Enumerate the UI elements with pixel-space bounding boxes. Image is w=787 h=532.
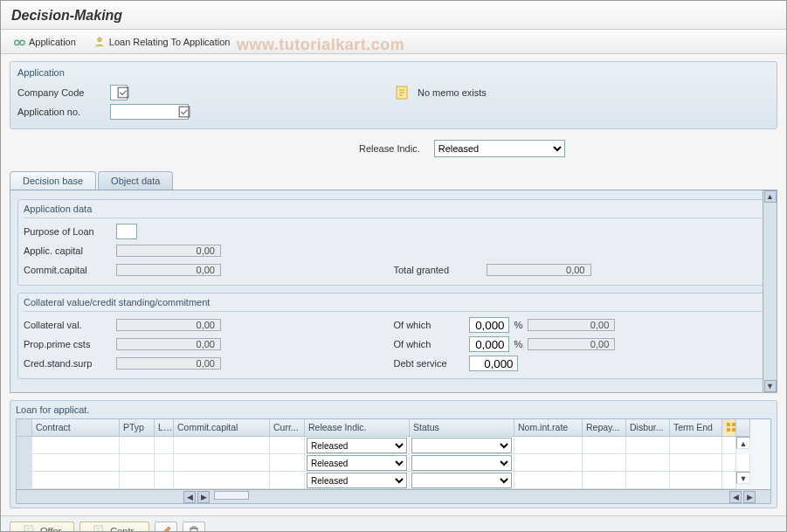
grid-config-icon[interactable] (722, 419, 736, 437)
svg-rect-8 (727, 428, 730, 432)
application-button[interactable]: Application (10, 34, 79, 50)
content-area: Application Company Code Application no. (1, 54, 786, 515)
col-term-end[interactable]: Term End (670, 419, 722, 437)
title-text: Decision-Making (11, 8, 122, 23)
release-row: Release Indic. Released (10, 136, 777, 166)
of-which-1-pct[interactable] (469, 317, 509, 333)
contr-label: Contr. (110, 526, 135, 532)
company-code-label: Company Code (17, 87, 105, 98)
prop-prime-label: Prop.prime csts (24, 339, 111, 349)
col-commit-capital[interactable]: Commit.capital (174, 419, 270, 437)
total-granted-value: 0,00 (487, 264, 591, 276)
of-which-2-pct[interactable] (469, 336, 509, 352)
table-row[interactable]: Released (17, 454, 770, 472)
application-no-label: Application no. (17, 107, 105, 117)
release-indic-label: Release Indic. (359, 143, 420, 154)
row-selector[interactable] (17, 454, 32, 472)
grid-scroll-up-icon[interactable]: ▲ (736, 437, 750, 449)
loan-for-applicat-group: Loan for applicat. Contract PTyp L... Co… (10, 400, 777, 508)
collateral-group: Collateral value/credit standing/commitm… (17, 293, 770, 379)
row-status-select[interactable] (411, 473, 512, 488)
svg-rect-3 (118, 87, 128, 98)
application-no-input[interactable] (110, 104, 189, 120)
pencil-icon (160, 525, 172, 532)
table-row[interactable]: Released ▼ (17, 472, 770, 489)
collateral-val-label: Collateral val. (24, 320, 111, 330)
memo-text: No memo exists (418, 87, 487, 98)
document-icon (23, 525, 35, 532)
search-help-icon-2[interactable] (178, 106, 190, 118)
pct-sign-2: % (514, 339, 523, 349)
table-row[interactable]: Released ▲ (17, 437, 770, 454)
offer-label: Offer (40, 526, 61, 532)
col-curr[interactable]: Curr... (270, 419, 305, 437)
row-release-select[interactable]: Released (307, 473, 407, 488)
memo-indicator: No memo exists (395, 85, 487, 100)
grid-hscroll[interactable]: ◀ ▶ ◀ ▶ (17, 489, 770, 503)
release-indic-select[interactable]: Released (434, 140, 565, 157)
debt-service-label: Debt service (394, 358, 464, 369)
svg-rect-4 (179, 107, 190, 117)
row-release-select[interactable]: Released (307, 438, 407, 453)
trash-icon (188, 525, 200, 532)
delete-button[interactable] (183, 522, 205, 532)
loan-title: Loan for applicat. (16, 403, 771, 418)
row-selector[interactable] (17, 472, 32, 489)
document-icon (93, 525, 105, 532)
row-status-select[interactable] (411, 438, 512, 453)
col-contract[interactable]: Contract (32, 419, 120, 437)
edit-button[interactable] (155, 522, 177, 532)
hscroll-track-left[interactable] (214, 491, 249, 500)
application-data-group: Application data Purpose of Loan Applic.… (17, 199, 770, 286)
hscroll-left-2-icon[interactable]: ◀ (729, 491, 742, 503)
row-release-select[interactable]: Released (307, 455, 407, 471)
col-release-indic[interactable]: Release Indic. (305, 419, 410, 437)
col-status[interactable]: Status (410, 419, 514, 437)
row-status-select[interactable] (411, 455, 512, 471)
commit-capital-label: Commit.capital (24, 265, 111, 275)
row-selector-header (17, 419, 32, 437)
of-which-1-val: 0,00 (528, 319, 615, 331)
search-help-icon[interactable] (117, 86, 129, 99)
purpose-input[interactable] (116, 224, 137, 239)
loan-relating-button[interactable]: Loan Relating To Application (90, 34, 234, 50)
contr-button[interactable]: Contr. (79, 522, 148, 532)
offer-button[interactable]: Offer (10, 522, 74, 532)
memo-icon (395, 85, 411, 100)
purpose-label: Purpose of Loan (24, 226, 111, 237)
hscroll-right-2-icon[interactable]: ▶ (743, 491, 756, 503)
application-button-label: Application (29, 37, 76, 47)
col-disbur[interactable]: Disbur... (626, 419, 670, 437)
svg-rect-12 (190, 529, 197, 532)
collateral-val-value: 0,00 (116, 319, 221, 331)
commit-capital-value: 0,00 (116, 264, 221, 276)
cred-stand-label: Cred.stand.surp (24, 358, 111, 369)
cred-stand-value: 0,00 (116, 357, 221, 370)
scroll-up-icon[interactable]: ▲ (764, 190, 777, 203)
svg-rect-9 (732, 428, 735, 432)
tab-decision-base[interactable]: Decision base (10, 171, 96, 190)
person-icon (93, 36, 106, 48)
tab-scrollbar[interactable]: ▲ ▼ (763, 190, 777, 392)
col-l[interactable]: L... (155, 419, 174, 437)
of-which-2-val: 0,00 (528, 338, 615, 350)
debt-service-value[interactable] (469, 356, 518, 371)
applic-capital-value: 0,00 (116, 245, 221, 257)
col-nom-int-rate[interactable]: Nom.int.rate (514, 419, 583, 437)
hscroll-right-icon[interactable]: ▶ (197, 491, 210, 503)
of-which-1-label: Of which (394, 320, 464, 330)
tab-strip: Decision base Object data (10, 171, 777, 190)
row-selector[interactable] (17, 437, 32, 454)
grid-scroll-down-icon[interactable]: ▼ (736, 472, 750, 484)
application-group: Application Company Code Application no. (10, 61, 777, 129)
tab-object-data[interactable]: Object data (98, 171, 173, 190)
svg-point-2 (98, 38, 101, 41)
col-repay[interactable]: Repay... (583, 419, 626, 437)
scroll-down-icon[interactable]: ▼ (764, 380, 777, 392)
hscroll-left-icon[interactable]: ◀ (183, 491, 196, 503)
collateral-title: Collateral value/credit standing/commitm… (24, 295, 763, 312)
svg-point-1 (20, 40, 24, 45)
loan-relating-label: Loan Relating To Application (109, 37, 231, 47)
col-ptyp[interactable]: PTyp (120, 419, 155, 437)
of-which-2-label: Of which (394, 339, 464, 349)
